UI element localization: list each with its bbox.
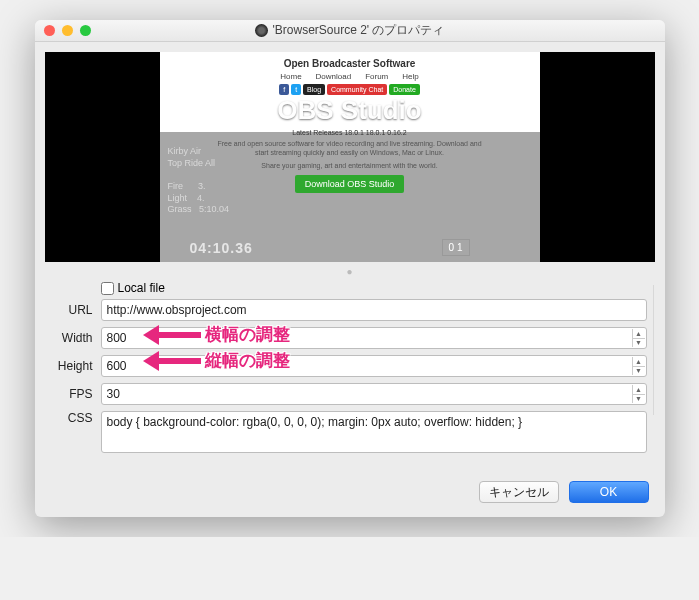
step-down-icon: ▼ xyxy=(632,395,645,404)
window-controls xyxy=(44,25,91,36)
preview-content: Open Broadcaster Software Home Download … xyxy=(160,52,540,262)
nav-download: Download xyxy=(316,72,352,81)
height-value: 600 xyxy=(107,359,127,373)
bg-timer: 04:10.36 xyxy=(190,240,253,256)
url-label: URL xyxy=(47,303,93,317)
zoom-icon[interactable] xyxy=(80,25,91,36)
fps-label: FPS xyxy=(47,387,93,401)
bg-score: 0 1 xyxy=(442,239,470,256)
height-label: Height xyxy=(47,359,93,373)
close-icon[interactable] xyxy=(44,25,55,36)
preview-desc1: Free and open source software for video … xyxy=(212,140,488,158)
width-input[interactable]: 800 ▲▼ xyxy=(101,327,647,349)
step-up-icon: ▲ xyxy=(632,357,645,367)
width-steppers[interactable]: ▲▼ xyxy=(632,329,645,347)
badge-chat: Community Chat xyxy=(327,84,387,95)
width-label: Width xyxy=(47,331,93,345)
nav-home: Home xyxy=(280,72,301,81)
dialog-buttons: キャンセル OK xyxy=(35,473,665,517)
css-input[interactable] xyxy=(101,411,647,453)
download-button-preview: Download OBS Studio xyxy=(295,175,405,193)
resize-grip-icon[interactable]: ● xyxy=(35,266,665,277)
cancel-button[interactable]: キャンセル xyxy=(479,481,559,503)
ok-button[interactable]: OK xyxy=(569,481,649,503)
window-title-text: 'BrowserSource 2' のプロパティ xyxy=(273,22,445,39)
nav-help: Help xyxy=(402,72,418,81)
badge-donate: Donate xyxy=(389,84,420,95)
titlebar: 'BrowserSource 2' のプロパティ xyxy=(35,20,665,42)
step-up-icon: ▲ xyxy=(632,385,645,395)
height-steppers[interactable]: ▲▼ xyxy=(632,357,645,375)
local-file-checkbox[interactable] xyxy=(101,282,114,295)
nav-forum: Forum xyxy=(365,72,388,81)
preview-heading: Open Broadcaster Software xyxy=(160,58,540,69)
preview-nav: Home Download Forum Help xyxy=(160,72,540,81)
preview-area: Open Broadcaster Software Home Download … xyxy=(45,52,655,262)
step-down-icon: ▼ xyxy=(632,339,645,348)
scrollbar[interactable] xyxy=(653,285,659,415)
bg-game-text: Kirby Air Top Ride All Fire 3. Light 4. … xyxy=(168,146,230,216)
fps-value: 30 xyxy=(107,387,120,401)
releases-line: Latest Releases 18.0.1 18.0.1 0.16.2 xyxy=(168,129,532,136)
minimize-icon[interactable] xyxy=(62,25,73,36)
hero-title: OBS Studio xyxy=(168,95,532,126)
badge-row: f t Blog Community Chat Donate xyxy=(160,84,540,95)
step-down-icon: ▼ xyxy=(632,367,645,376)
facebook-icon: f xyxy=(279,84,289,95)
local-file-label: Local file xyxy=(118,281,165,295)
properties-window: 'BrowserSource 2' のプロパティ Open Broadcaste… xyxy=(35,20,665,517)
local-file-row: Local file xyxy=(101,281,647,295)
badge-blog: Blog xyxy=(303,84,325,95)
css-label: CSS xyxy=(47,411,93,425)
obs-icon xyxy=(255,24,268,37)
fps-steppers[interactable]: ▲▼ xyxy=(632,385,645,403)
height-input[interactable]: 600 ▲▼ xyxy=(101,355,647,377)
url-input[interactable] xyxy=(101,299,647,321)
window-title: 'BrowserSource 2' のプロパティ xyxy=(35,22,665,39)
twitter-icon: t xyxy=(291,84,301,95)
fps-input[interactable]: 30 ▲▼ xyxy=(101,383,647,405)
width-value: 800 xyxy=(107,331,127,345)
step-up-icon: ▲ xyxy=(632,329,645,339)
form-area: Local file URL Width 800 ▲▼ Height 600 ▲… xyxy=(35,277,665,473)
